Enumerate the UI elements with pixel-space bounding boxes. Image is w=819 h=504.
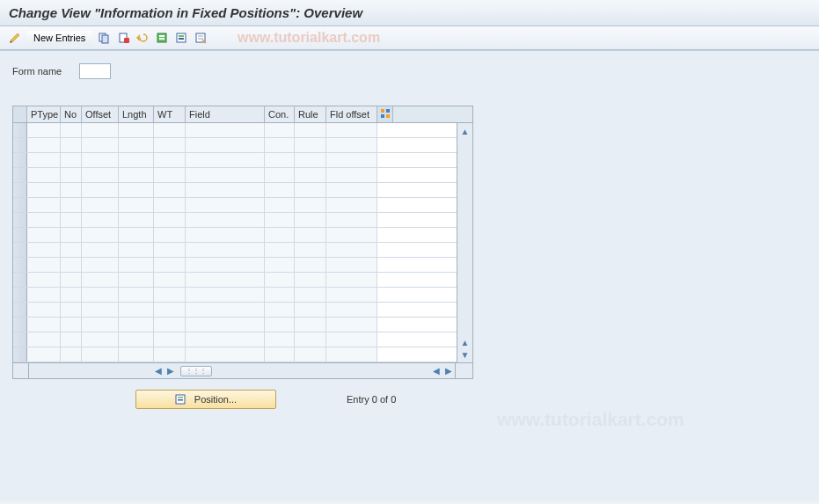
page-title: Change View "Information in Fixed Positi… <box>0 0 819 26</box>
scroll-down-icon[interactable]: ▲ <box>459 336 472 348</box>
svg-rect-8 <box>179 35 184 37</box>
svg-rect-12 <box>198 38 203 40</box>
col-wt[interactable]: WT <box>154 106 186 122</box>
table-row[interactable] <box>13 288 457 303</box>
col-con[interactable]: Con. <box>265 106 295 122</box>
table-row[interactable] <box>13 243 457 258</box>
scroll-up-icon[interactable]: ▲ <box>459 125 472 137</box>
col-lngth[interactable]: Lngth <box>119 106 154 122</box>
scroll-left-icon[interactable]: ◀ <box>152 365 165 377</box>
svg-rect-11 <box>198 35 203 37</box>
table-row[interactable] <box>13 123 457 138</box>
select-block-icon[interactable] <box>173 30 189 46</box>
watermark-2: www.tutorialkart.com <box>497 409 684 430</box>
table-row[interactable] <box>13 228 457 243</box>
col-offset[interactable]: Offset <box>82 106 119 122</box>
table-row[interactable] <box>13 332 457 347</box>
horizontal-scrollbar[interactable]: ◀ ▶ ⋮⋮⋮ ◀ ▶ <box>13 362 472 378</box>
svg-rect-16 <box>386 114 390 118</box>
svg-rect-15 <box>381 114 384 118</box>
svg-rect-5 <box>159 35 165 37</box>
position-icon <box>175 393 187 405</box>
entry-count-text: Entry 0 of 0 <box>347 394 396 405</box>
bottom-bar: Position... Entry 0 of 0 <box>12 390 473 409</box>
table-row[interactable] <box>13 183 457 198</box>
col-fldoffset[interactable]: Fld offset <box>326 106 377 122</box>
hscroll-thumb[interactable]: ⋮⋮⋮ <box>180 366 212 376</box>
form-name-input[interactable] <box>79 63 111 79</box>
table-row[interactable] <box>13 273 457 288</box>
svg-rect-3 <box>124 38 129 43</box>
toggle-display-icon[interactable] <box>7 30 23 46</box>
svg-rect-14 <box>386 109 390 113</box>
svg-rect-1 <box>102 35 108 43</box>
grid-rows <box>13 123 457 362</box>
table-row[interactable] <box>13 303 457 318</box>
toolbar: New Entries www.tutorialkart.com <box>0 26 819 50</box>
col-field[interactable]: Field <box>186 106 265 122</box>
watermark: www.tutorialkart.com <box>238 30 380 46</box>
grid-header: PType No Offset Lngth WT Field Con. Rule… <box>13 106 472 123</box>
new-entries-button[interactable]: New Entries <box>26 31 92 45</box>
content-area: Form name PType No Offset Lngth WT Field… <box>0 50 819 501</box>
form-name-label: Form name <box>12 66 62 77</box>
svg-rect-18 <box>178 397 183 398</box>
col-no[interactable]: No <box>61 106 82 122</box>
data-grid: PType No Offset Lngth WT Field Con. Rule… <box>12 106 473 379</box>
table-row[interactable] <box>13 153 457 168</box>
table-row[interactable] <box>13 258 457 273</box>
form-name-row: Form name <box>12 63 807 79</box>
deselect-all-icon[interactable] <box>193 30 208 46</box>
scroll-right-icon[interactable]: ▶ <box>165 365 177 377</box>
scroll-right2-icon[interactable]: ▶ <box>442 365 455 377</box>
grid-select-all[interactable] <box>13 106 27 122</box>
svg-rect-13 <box>381 109 384 113</box>
table-row[interactable] <box>13 318 457 332</box>
svg-rect-9 <box>179 38 184 40</box>
table-row[interactable] <box>13 138 457 153</box>
table-row[interactable] <box>13 168 457 183</box>
table-row[interactable] <box>13 213 457 228</box>
scroll-left2-icon[interactable]: ◀ <box>430 365 442 377</box>
vertical-scrollbar[interactable]: ▲ ▲ ▼ <box>457 123 472 362</box>
scroll-down2-icon[interactable]: ▼ <box>459 348 472 361</box>
svg-rect-6 <box>159 38 165 40</box>
grid-config-icon[interactable] <box>377 106 393 122</box>
col-rule[interactable]: Rule <box>295 106 326 122</box>
undo-icon[interactable] <box>135 30 150 46</box>
table-row[interactable] <box>13 198 457 213</box>
select-all-icon[interactable] <box>154 30 170 46</box>
col-ptype[interactable]: PType <box>27 106 61 122</box>
copy-icon[interactable] <box>96 30 112 46</box>
table-row[interactable] <box>13 347 457 362</box>
delete-icon[interactable] <box>115 30 131 46</box>
svg-rect-19 <box>178 399 183 401</box>
position-button[interactable]: Position... <box>135 390 276 409</box>
